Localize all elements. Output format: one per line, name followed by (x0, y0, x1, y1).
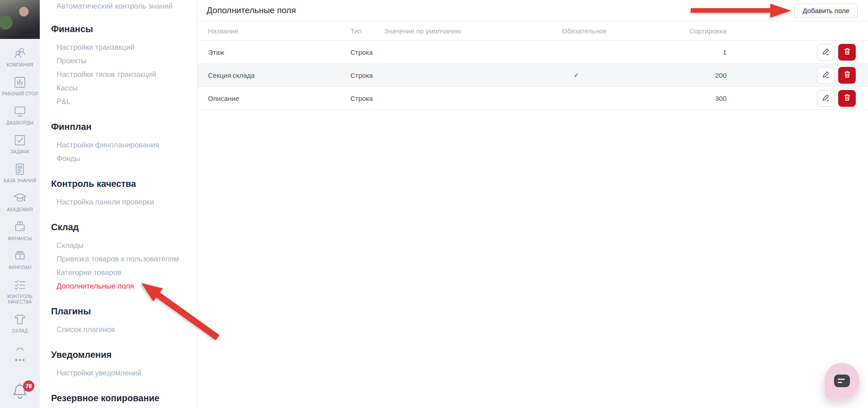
menu-section-title: Плагины (51, 305, 197, 318)
rail-item-tasks[interactable]: ЗАДАЧИ (0, 133, 40, 155)
rail-item-desktop[interactable]: РАБОЧИЙ СТОЛ (0, 75, 40, 97)
svg-text:$: $ (19, 254, 21, 259)
menu-section: Контроль качестваНастройка панели провер… (51, 178, 197, 209)
menu-item[interactable]: P&L (57, 95, 197, 108)
menu-item-active[interactable]: Дополнительные поля (57, 279, 197, 293)
checklist-icon (12, 277, 28, 293)
notifications-bell[interactable]: 78 (11, 382, 29, 403)
add-field-button[interactable]: Добавить поле (794, 4, 858, 18)
menu-item[interactable]: Настройка панели проверки (57, 195, 197, 209)
delete-field-button[interactable] (838, 44, 856, 61)
menu-section-title: Уведомления (51, 349, 197, 361)
menu-sections: ФинансыНастройки транзакцийПроектыНастро… (51, 23, 197, 408)
cell-type: Строка (350, 48, 384, 56)
notification-badge: 78 (23, 380, 34, 392)
company-people-icon (12, 46, 28, 61)
table-row: Секция складаСтрока✓200 (198, 64, 868, 87)
chat-bubble-icon-line (838, 382, 842, 383)
table-row: ОписаниеСтрока300 (198, 87, 868, 110)
menu-item[interactable]: Список плагинов (57, 323, 197, 336)
rail-item-label: АКАДЕМИЯ (5, 207, 34, 213)
pencil-icon (822, 71, 830, 80)
user-avatar-photo[interactable] (0, 0, 40, 39)
rail-item-knowledge-base[interactable]: БАЗА ЗНАНИЙ (0, 161, 40, 184)
pencil-icon (822, 47, 830, 57)
cell-name: Этаж (208, 48, 350, 56)
delete-field-button[interactable] (838, 67, 856, 84)
menu-item-auto-knowledge-control[interactable]: Автоматический контроль знаний (57, 1, 197, 10)
rail-item-label: ФИНАНСЫ (6, 236, 33, 242)
rail-item-label: РАБОЧИЙ СТОЛ (0, 91, 40, 97)
chat-bubble-icon-line (838, 379, 845, 380)
cell-sort: 200 (686, 71, 726, 79)
cashbox-icon (12, 219, 28, 235)
row-actions (816, 67, 856, 84)
rail-item-label: КОНТРОЛЬ КАЧЕСТВА (0, 294, 40, 305)
icon-rail: КОМПАНИЯРАБОЧИЙ СТОЛДАШБОРДЫЗАДАЧИБАЗА З… (0, 0, 40, 408)
rail-item-quality-control[interactable]: КОНТРОЛЬ КАЧЕСТВА (0, 277, 40, 305)
menu-section-title: Финплан (51, 121, 197, 133)
menu-item[interactable]: Фонды (57, 152, 197, 165)
delete-field-button[interactable] (838, 90, 856, 107)
menu-section: Резервное копированиеНастройки (51, 392, 197, 408)
rail-item-warehouse[interactable]: СКЛАД (0, 312, 40, 334)
rail-item-finances[interactable]: ФИНАНСЫ (0, 219, 40, 242)
row-actions (816, 90, 856, 107)
cell-sort: 1 (686, 48, 726, 56)
menu-item[interactable]: Склады (57, 238, 197, 252)
menu-section: ФинансыНастройки транзакцийПроектыНастро… (51, 23, 197, 108)
table-header-row: Название Тип Значение по умолчанию Обяза… (198, 21, 868, 41)
rail-item-label: ФИНПЛАН (6, 265, 33, 270)
main-content: Дополнительные поля Добавить поле Назван… (198, 0, 868, 408)
more-dots-icon[interactable] (12, 356, 28, 365)
column-header-sort: Сортировка (686, 27, 726, 35)
edit-field-button[interactable] (817, 67, 835, 84)
rail-item-label: СКЛАД (10, 328, 29, 334)
trash-icon (843, 93, 851, 103)
graduation-cap-icon (12, 190, 28, 206)
edit-field-button[interactable] (817, 44, 835, 61)
rail-item-dashboards[interactable]: ДАШБОРДЫ (0, 104, 40, 126)
menu-item[interactable]: Настройки уведомлений (57, 366, 197, 380)
column-header-required: Обязательное (562, 27, 686, 35)
menu-item[interactable]: Настройки типов транзакций (57, 67, 197, 81)
menu-item[interactable]: Привязка товаров к пользователям (57, 252, 197, 266)
pencil-icon (822, 94, 830, 103)
arc-icon[interactable] (12, 340, 28, 353)
column-header-default: Значение по умолчанию (384, 27, 562, 35)
menu-section: УведомленияНастройки уведомлений (51, 349, 197, 380)
menu-section-title: Склад (51, 221, 197, 233)
menu-section: ПлагиныСписок плагинов (51, 305, 197, 336)
checkbox-icon (12, 133, 28, 148)
title-bar: Дополнительные поля Добавить поле (198, 0, 868, 21)
row-actions (816, 44, 856, 61)
settings-menu-panel: Автоматический контроль знаний ФинансыНа… (40, 0, 198, 408)
menu-item[interactable]: Настройки финпланирования (57, 138, 197, 152)
column-header-type: Тип (350, 27, 384, 35)
rail-item-label: ЗАДАЧИ (9, 149, 31, 155)
tshirt-icon (12, 312, 28, 327)
menu-item[interactable]: Настройки транзакций (57, 40, 197, 54)
chat-widget-button[interactable] (825, 363, 859, 399)
monitor-icon (12, 104, 28, 119)
rail-item-academy[interactable]: АКАДЕМИЯ (0, 190, 40, 213)
edit-field-button[interactable] (817, 90, 835, 107)
rail-item-finplan[interactable]: $ФИНПЛАН (0, 248, 40, 270)
desktop-chart-icon (12, 75, 28, 90)
cell-name: Описание (208, 95, 350, 102)
icon-rail-items: КОМПАНИЯРАБОЧИЙ СТОЛДАШБОРДЫЗАДАЧИБАЗА З… (0, 39, 40, 334)
cell-type: Строка (350, 95, 384, 102)
menu-item[interactable]: Проекты (57, 54, 197, 67)
menu-item[interactable]: Кассы (57, 81, 197, 95)
banknote-icon: $ (12, 248, 28, 264)
trash-icon (843, 70, 851, 80)
column-header-name: Название (208, 27, 350, 35)
rail-item-company[interactable]: КОМПАНИЯ (0, 46, 40, 68)
menu-section-title: Финансы (51, 23, 197, 35)
menu-item[interactable]: Категории товаров (57, 266, 197, 279)
menu-section: СкладСкладыПривязка товаров к пользовате… (51, 221, 197, 293)
menu-section-title: Резервное копирование (51, 392, 197, 404)
custom-fields-table: ЭтажСтрока1Секция складаСтрока✓200Описан… (198, 41, 868, 110)
document-icon (12, 161, 28, 177)
cell-name: Секция склада (208, 71, 350, 79)
